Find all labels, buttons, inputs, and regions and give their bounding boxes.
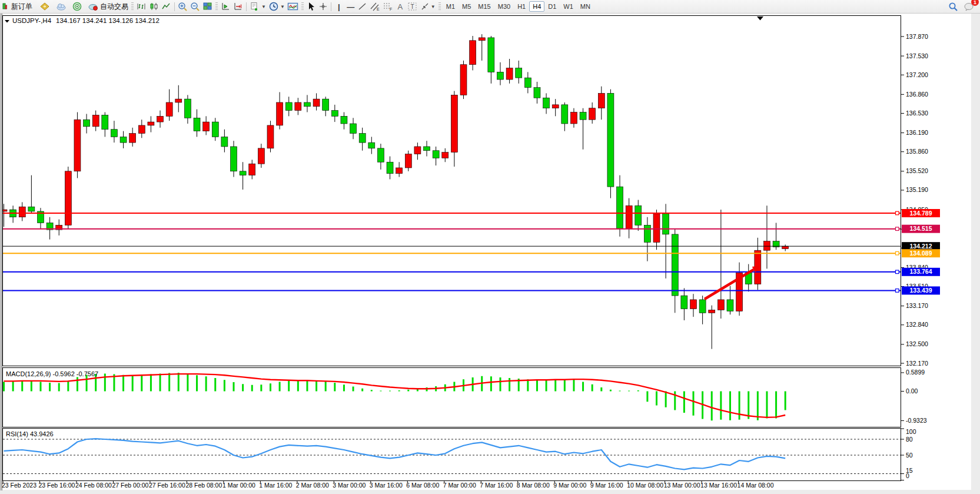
level-anchor-marker[interactable] (896, 227, 899, 231)
time-tick-label: 9 Mar 16:00 (590, 482, 623, 489)
svg-text:134.515: 134.515 (910, 225, 932, 232)
svg-text:134.089: 134.089 (910, 250, 932, 257)
chevron-down-icon: ▼ (431, 4, 436, 9)
cloud-icon (56, 2, 67, 11)
new-order-label: 新订单 (11, 2, 32, 12)
autotrade-button[interactable]: 自动交易 (87, 1, 129, 12)
candles-chart-icon (149, 2, 159, 11)
time-tick-label: 3 Mar 16:00 (370, 482, 403, 489)
toolbar-separator (246, 2, 247, 11)
level-anchor-marker[interactable] (896, 289, 899, 293)
auto-scroll-icon (221, 2, 231, 11)
fibonacci-button[interactable]: F (381, 1, 394, 12)
trendline-icon (358, 2, 367, 11)
horizontal-line-button[interactable]: — (345, 1, 357, 12)
svg-text:134.212: 134.212 (910, 243, 932, 250)
zoom-out-button[interactable] (189, 1, 201, 12)
auto-scroll-button[interactable] (220, 1, 232, 12)
market-scanner-button[interactable] (71, 1, 84, 12)
bars-chart-button[interactable] (135, 1, 148, 12)
timeframe-h4[interactable]: H4 (529, 1, 544, 12)
level-anchor-marker[interactable] (896, 251, 899, 255)
chart-canvas[interactable]: USDJPY-,H4134.167 134.241 134.126 134.21… (0, 13, 980, 494)
zoom-in-button[interactable] (177, 1, 189, 12)
new-chart-button[interactable]: ▼ (248, 1, 267, 12)
toolbar-separator (331, 2, 331, 11)
mini-chart-icon[interactable] (0, 1, 8, 12)
time-tick-label: 1 Mar 16:00 (259, 482, 292, 489)
time-tick-label: 3 Mar 00:00 (333, 482, 366, 489)
candles-chart-button[interactable] (148, 1, 160, 12)
timeframe-m15[interactable]: M15 (474, 1, 494, 12)
time-tick-label: 14 Mar 08:00 (738, 482, 774, 489)
line-chart-button[interactable] (160, 1, 172, 12)
svg-text:F: F (390, 7, 392, 11)
price-tick-label: 136.860 (906, 91, 928, 98)
notifications-button[interactable]: 1 (962, 1, 975, 12)
cursor-button[interactable] (305, 1, 317, 12)
level-anchor-marker[interactable] (896, 211, 899, 215)
toolbar: 新订单 自动交易 (0, 0, 980, 14)
svg-text:E: E (377, 7, 380, 11)
new-chart-icon (250, 2, 260, 11)
cloud-button[interactable] (55, 1, 68, 12)
svg-text:133.764: 133.764 (910, 268, 932, 275)
autotrade-label: 自动交易 (100, 2, 128, 12)
time-tick-label: 27 Feb 00:00 (112, 482, 148, 489)
macd-tick-label: 0.5899 (906, 369, 925, 376)
timeframe-m1[interactable]: M1 (443, 1, 459, 12)
equidistant-channel-button[interactable]: E (368, 1, 381, 12)
crosshair-button[interactable] (317, 1, 329, 12)
vertical-line-button[interactable]: | (333, 1, 345, 12)
price-tick-label: 135.860 (906, 148, 928, 155)
rsi-tick-label: 0 (906, 472, 909, 479)
periods-button[interactable]: ▼ (267, 1, 286, 12)
main-panel (3, 16, 901, 366)
text-button[interactable]: A (394, 1, 406, 12)
search-button[interactable] (947, 1, 959, 12)
equidistant-channel-icon: E (370, 2, 380, 11)
label-button[interactable]: T (406, 1, 419, 12)
vertical-line-icon: | (338, 3, 340, 11)
timeframe-h1[interactable]: H1 (514, 1, 529, 12)
cursor-icon (307, 2, 316, 11)
time-tick-label: 10 Mar 08:00 (627, 482, 663, 489)
rsi-panel (3, 429, 901, 481)
price-badge: 133.764 (902, 268, 940, 276)
chart-shift-button[interactable] (232, 1, 244, 12)
chevron-down-icon: ▼ (261, 4, 266, 9)
macd-label: MACD(12,26,9) -0.5962 -0.7567 (6, 370, 98, 377)
line-chart-icon (161, 2, 171, 11)
rsi-tick-label: 50 (906, 452, 913, 459)
price-badge: 134.789 (902, 209, 940, 217)
bars-chart-icon (137, 2, 147, 11)
chart-shift-icon (233, 2, 243, 11)
rsi-tick-label: 100 (906, 428, 916, 435)
timeframe-mn[interactable]: MN (577, 1, 594, 12)
timeframe-d1[interactable]: D1 (544, 1, 560, 12)
tile-windows-icon (202, 2, 212, 11)
trendline-button[interactable] (357, 1, 368, 12)
periods-icon (268, 2, 279, 11)
svg-text:134.789: 134.789 (910, 210, 932, 217)
candle (607, 89, 614, 198)
chart-title: USDJPY-,H4 (12, 17, 52, 24)
timeframe-m30[interactable]: M30 (494, 1, 514, 12)
toolbar-right-group: 1 (947, 1, 979, 12)
chart-profiles-button[interactable] (38, 1, 51, 12)
chart-profiles-icon (39, 2, 50, 11)
timeframe-w1[interactable]: W1 (560, 1, 577, 12)
price-tick-label: 132.170 (906, 360, 928, 367)
new-order-button[interactable]: 新订单 (8, 1, 34, 12)
timeframe-m5[interactable]: M5 (459, 1, 474, 12)
time-tick-label: 7 Mar 16:00 (480, 482, 513, 489)
time-tick-label: 23 Feb 16:00 (38, 482, 75, 489)
indicators-button[interactable] (286, 1, 300, 12)
level-anchor-marker[interactable] (896, 270, 899, 274)
tile-windows-button[interactable] (201, 1, 214, 12)
time-axis[interactable]: 23 Feb 202323 Feb 16:0024 Feb 08:0027 Fe… (2, 481, 774, 489)
price-tick-label: 135.190 (906, 186, 928, 193)
arrows-tool-button[interactable]: ▼ (419, 1, 437, 12)
toolbar-grip (438, 2, 441, 11)
time-tick-label: 28 Feb 08:00 (185, 482, 222, 489)
